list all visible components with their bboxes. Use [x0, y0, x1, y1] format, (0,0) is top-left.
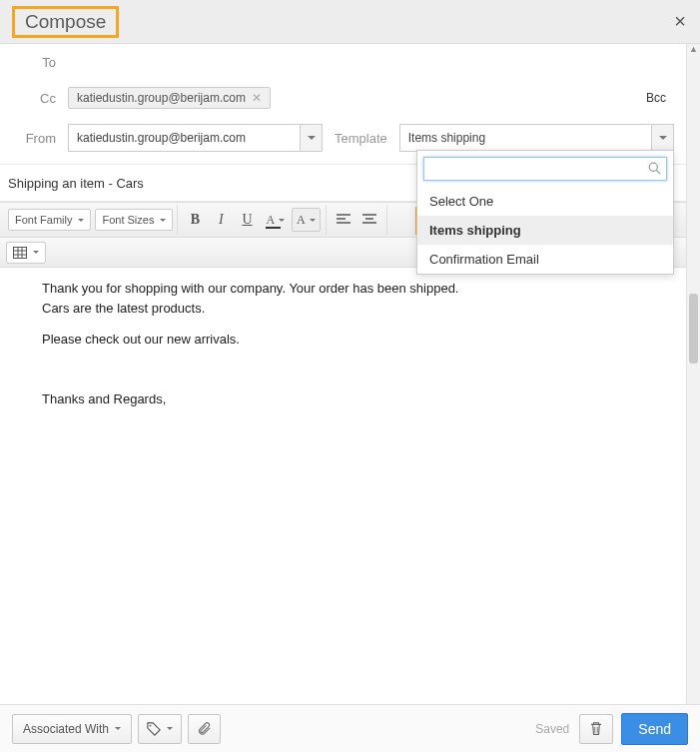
- dropdown-option-select-one[interactable]: Select One: [417, 187, 673, 216]
- scroll-thumb[interactable]: [689, 294, 698, 364]
- search-icon: [648, 162, 661, 175]
- chevron-down-icon: [115, 727, 121, 730]
- font-family-select[interactable]: Font Family: [8, 209, 91, 231]
- to-row: To: [8, 44, 674, 80]
- associated-with-button[interactable]: Associated With: [12, 714, 132, 744]
- template-select-value: Items shipping: [408, 131, 651, 145]
- template-dropdown: Select One Items shipping Confirmation E…: [416, 150, 674, 275]
- cc-label: Cc: [8, 91, 68, 106]
- saved-status: Saved: [535, 722, 569, 736]
- svg-point-3: [150, 724, 152, 726]
- svg-line-2: [657, 171, 661, 175]
- tag-button[interactable]: [138, 714, 182, 744]
- align-center-icon: [362, 214, 376, 226]
- table-icon: [13, 247, 27, 259]
- svg-point-1: [649, 163, 657, 171]
- format-group: B I U A A: [178, 205, 326, 235]
- svg-rect-0: [14, 247, 27, 258]
- body-line: Please check out our new arrivals.: [42, 331, 670, 349]
- compose-form: To Cc katiedustin.group@berijam.com ✕ Bc…: [0, 44, 686, 156]
- dropdown-search-row: [417, 151, 673, 187]
- trash-icon: [589, 721, 603, 736]
- vertical-scrollbar[interactable]: ▲ ▼: [686, 44, 700, 752]
- from-select-caret[interactable]: [300, 125, 322, 151]
- align-left-icon: [337, 214, 350, 226]
- italic-button[interactable]: I: [209, 208, 233, 232]
- body-line: Thanks and Regards,: [42, 390, 670, 408]
- chevron-down-icon: [167, 727, 173, 730]
- bold-button[interactable]: B: [183, 208, 207, 232]
- from-select-value: katiedustin.group@berijam.com: [77, 131, 300, 145]
- send-button[interactable]: Send: [621, 713, 688, 745]
- compose-title-highlight: Compose: [12, 6, 119, 38]
- paperclip-icon: [197, 721, 212, 736]
- scroll-up-arrow[interactable]: ▲: [687, 44, 700, 58]
- body-line: Cars are the latest products.: [42, 300, 670, 318]
- align-center-button[interactable]: [357, 208, 381, 232]
- dropdown-option-items-shipping[interactable]: Items shipping: [417, 216, 673, 245]
- attachment-button[interactable]: [188, 714, 221, 744]
- remove-recipient-icon[interactable]: ✕: [252, 91, 262, 105]
- footer: Associated With Saved Send: [0, 704, 700, 752]
- dropdown-search-input[interactable]: [423, 157, 667, 181]
- chevron-down-icon: [160, 219, 166, 222]
- underline-button[interactable]: U: [235, 208, 259, 232]
- compose-title: Compose: [19, 9, 112, 34]
- from-select[interactable]: katiedustin.group@berijam.com: [68, 124, 323, 152]
- template-label: Template: [323, 131, 399, 146]
- font-size-label: Font Sizes: [102, 214, 154, 226]
- header: Compose ×: [0, 0, 700, 44]
- email-body[interactable]: Thank you for shopping with our company.…: [0, 268, 686, 645]
- chevron-down-icon: [78, 219, 84, 222]
- align-group: [327, 205, 387, 235]
- to-label: To: [8, 55, 68, 70]
- cc-recipient-chip[interactable]: katiedustin.group@berijam.com ✕: [68, 87, 271, 109]
- dropdown-option-confirmation-email[interactable]: Confirmation Email: [417, 245, 673, 274]
- trash-button[interactable]: [579, 714, 613, 744]
- template-select-caret[interactable]: [651, 125, 673, 151]
- bcc-toggle[interactable]: Bcc: [646, 91, 666, 105]
- highlight-color-button[interactable]: A: [292, 208, 321, 232]
- cc-recipient-text: katiedustin.group@berijam.com: [77, 91, 246, 105]
- to-input[interactable]: [68, 47, 674, 77]
- from-label: From: [8, 131, 68, 146]
- font-group: Font Family Font Sizes: [4, 205, 178, 235]
- template-select[interactable]: Items shipping: [399, 124, 674, 152]
- font-size-select[interactable]: Font Sizes: [95, 209, 173, 231]
- align-left-button[interactable]: [332, 208, 355, 232]
- table-button[interactable]: [6, 242, 46, 264]
- tag-icon: [147, 722, 161, 736]
- font-family-label: Font Family: [15, 214, 72, 226]
- chevron-down-icon: [33, 251, 39, 254]
- associated-with-label: Associated With: [23, 722, 109, 736]
- cc-row: Cc katiedustin.group@berijam.com ✕ Bcc: [8, 80, 674, 116]
- close-icon[interactable]: ×: [674, 10, 686, 33]
- text-color-button[interactable]: A: [261, 208, 290, 232]
- body-line: Thank you for shopping with our company.…: [42, 280, 670, 298]
